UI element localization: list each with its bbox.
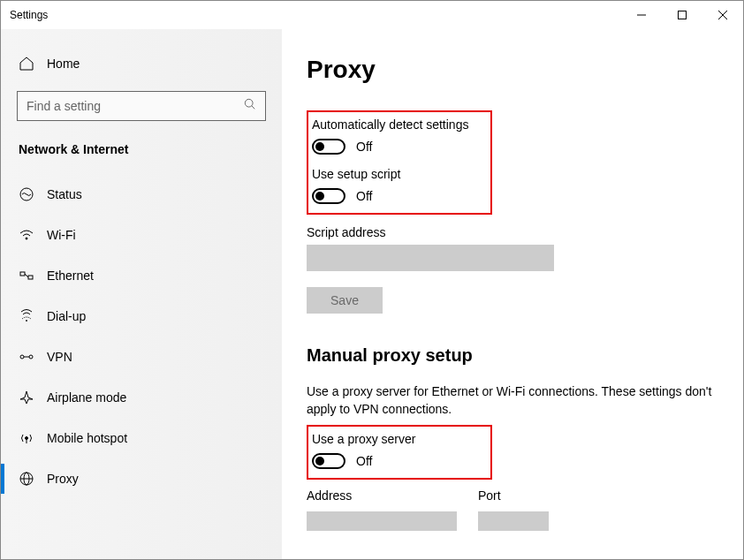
home-icon bbox=[19, 56, 34, 72]
search-icon bbox=[244, 98, 256, 114]
svg-line-5 bbox=[252, 106, 255, 110]
port-input bbox=[478, 511, 549, 531]
svg-point-7 bbox=[26, 238, 27, 239]
sidebar-item-label: Wi-Fi bbox=[47, 228, 76, 242]
hotspot-icon bbox=[19, 430, 34, 446]
page-title: Proxy bbox=[307, 56, 718, 84]
sidebar-item-label: Status bbox=[47, 187, 82, 201]
wifi-icon bbox=[19, 227, 34, 243]
dialup-icon bbox=[19, 308, 34, 324]
sidebar-item-label: Airplane mode bbox=[47, 390, 126, 405]
auto-detect-state: Off bbox=[356, 140, 372, 154]
sidebar-item-airplane[interactable]: Airplane mode bbox=[1, 377, 282, 418]
address-input bbox=[307, 511, 457, 531]
sidebar-item-label: Proxy bbox=[47, 472, 79, 486]
manual-section-desc: Use a proxy server for Ethernet or Wi-Fi… bbox=[307, 383, 713, 418]
window-controls bbox=[621, 1, 743, 29]
ethernet-icon bbox=[19, 268, 34, 284]
globe-icon bbox=[19, 471, 34, 487]
titlebar: Settings bbox=[1, 1, 743, 29]
sidebar-item-hotspot[interactable]: Mobile hotspot bbox=[1, 418, 282, 458]
sidebar-item-label: Dial-up bbox=[47, 309, 86, 323]
address-label: Address bbox=[307, 488, 457, 503]
svg-rect-9 bbox=[28, 276, 33, 279]
svg-rect-8 bbox=[20, 272, 25, 276]
use-proxy-label: Use a proxy server bbox=[312, 432, 482, 446]
vpn-icon bbox=[19, 349, 34, 365]
svg-point-10 bbox=[27, 321, 27, 322]
port-label: Port bbox=[478, 488, 549, 503]
script-address-label: Script address bbox=[307, 225, 718, 239]
main-content: Proxy Automatically detect settings Off … bbox=[282, 29, 743, 559]
setup-script-state: Off bbox=[356, 189, 372, 203]
home-label: Home bbox=[47, 57, 80, 71]
svg-point-12 bbox=[29, 355, 33, 359]
sidebar-item-dialup[interactable]: Dial-up bbox=[1, 296, 282, 337]
status-icon bbox=[19, 186, 34, 202]
highlight-manual-proxy: Use a proxy server Off bbox=[307, 425, 492, 480]
svg-rect-1 bbox=[679, 11, 687, 19]
manual-section-title: Manual proxy setup bbox=[307, 345, 718, 366]
window-title: Settings bbox=[10, 9, 621, 21]
sidebar-item-label: Ethernet bbox=[47, 269, 94, 283]
setup-script-toggle[interactable] bbox=[312, 188, 345, 204]
search-input[interactable] bbox=[27, 99, 244, 113]
auto-detect-label: Automatically detect settings bbox=[312, 117, 482, 132]
minimize-button[interactable] bbox=[621, 1, 662, 29]
use-proxy-state: Off bbox=[356, 454, 372, 468]
script-address-input bbox=[307, 245, 554, 271]
svg-point-11 bbox=[20, 355, 24, 359]
setup-script-label: Use setup script bbox=[312, 167, 482, 181]
use-proxy-toggle[interactable] bbox=[312, 453, 345, 469]
sidebar-item-vpn[interactable]: VPN bbox=[1, 337, 282, 377]
sidebar-item-label: Mobile hotspot bbox=[47, 431, 127, 445]
maximize-button[interactable] bbox=[662, 1, 702, 29]
sidebar-item-proxy[interactable]: Proxy bbox=[1, 458, 282, 499]
sidebar-section-heading: Network & Internet bbox=[1, 142, 282, 174]
search-box[interactable] bbox=[17, 91, 266, 121]
sidebar-item-status[interactable]: Status bbox=[1, 174, 282, 215]
sidebar-item-label: VPN bbox=[47, 350, 72, 364]
sidebar-item-ethernet[interactable]: Ethernet bbox=[1, 255, 282, 296]
save-button: Save bbox=[307, 287, 383, 314]
highlight-auto-setup: Automatically detect settings Off Use se… bbox=[307, 110, 492, 215]
sidebar-item-wifi[interactable]: Wi-Fi bbox=[1, 215, 282, 255]
sidebar: Home Network & Internet Status Wi-Fi E bbox=[1, 29, 282, 559]
airplane-icon bbox=[19, 390, 34, 405]
close-button[interactable] bbox=[702, 1, 743, 29]
home-nav-item[interactable]: Home bbox=[1, 47, 282, 80]
auto-detect-toggle[interactable] bbox=[312, 139, 345, 155]
